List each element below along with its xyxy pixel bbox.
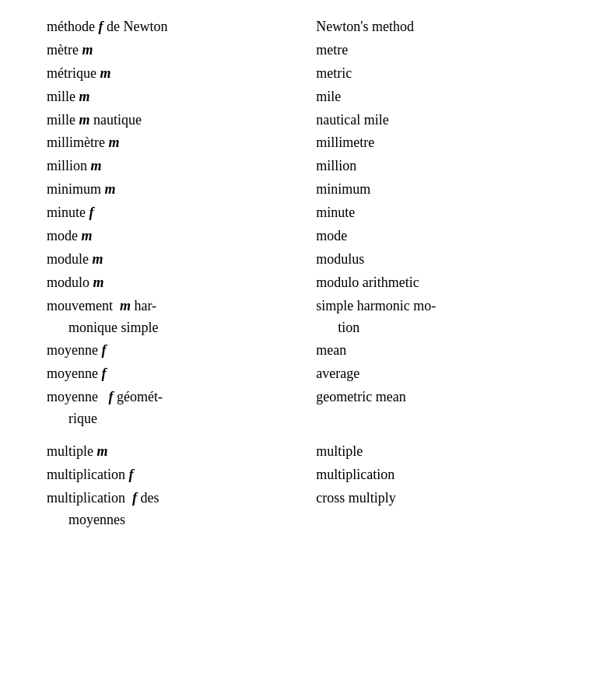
french-term: million m (47, 156, 316, 177)
french-term: mille m nautique (47, 110, 316, 131)
english-term: mode (316, 226, 565, 247)
french-term: multiple m (47, 441, 316, 463)
english-term: nautical mile (316, 110, 565, 131)
dictionary-content: méthode f de Newton Newton's method mètr… (47, 16, 565, 532)
french-term: mètre m (47, 40, 316, 61)
english-term: mile (316, 86, 565, 108)
entry-row: multiplication f multiplication (47, 464, 565, 487)
french-term: moyenne f (47, 340, 316, 362)
english-term: multiplication (316, 464, 565, 486)
french-term: méthode f de Newton (47, 16, 316, 38)
entry-row: mètre m metre (47, 39, 565, 62)
english-term: million (316, 156, 565, 177)
entry-row: moyenne f average (47, 362, 565, 386)
entry-row: million m million (47, 155, 565, 178)
entry-row: minimum m minimum (47, 178, 565, 201)
english-term: Newton's method (316, 16, 565, 38)
english-term: mean (316, 340, 565, 362)
entry-row: modulo m modulo arithmetic (47, 271, 565, 295)
english-term: multiple (316, 441, 565, 463)
english-term: millimetre (316, 132, 565, 154)
entry-row: mille m nautique nautical mile (47, 109, 565, 132)
french-term: mille m (47, 86, 316, 108)
english-term: metric (316, 63, 565, 85)
french-term: module m (47, 249, 316, 271)
french-term: millimètre m (47, 132, 316, 154)
english-term: modulus (316, 249, 565, 271)
english-term: simple harmonic mo- tion (316, 296, 565, 339)
french-term: mouvement m har- monique simple (47, 296, 316, 339)
english-term: minute (316, 202, 565, 224)
french-term: modulo m (47, 272, 316, 294)
entry-row: mille m mile (47, 86, 565, 109)
entry-row: mouvement m har- monique simple simple h… (47, 295, 565, 340)
entry-row: multiplication f des moyennes cross mult… (47, 487, 565, 532)
entry-row: moyenne f mean (47, 339, 565, 362)
entry-row: mode m mode (47, 225, 565, 248)
english-term: metre (316, 40, 565, 61)
french-term: minimum m (47, 179, 316, 201)
french-term: mode m (47, 226, 316, 247)
english-term: average (316, 363, 565, 385)
entry-row: méthode f de Newton Newton's method (47, 16, 565, 39)
french-term: moyenne f (47, 363, 316, 385)
french-term: multiplication f des moyennes (47, 488, 316, 531)
english-term: geometric mean (316, 387, 565, 408)
french-term: minute f (47, 202, 316, 224)
english-term: minimum (316, 179, 565, 201)
english-term: cross multiply (316, 488, 565, 509)
spacer (47, 431, 565, 440)
french-term: moyenne f géomét- rique (47, 387, 316, 430)
entry-row: moyenne f géomét- rique geometric mean (47, 386, 565, 431)
entry-row: minute f minute (47, 201, 565, 225)
french-term: métrique m (47, 63, 316, 85)
french-term: multiplication f (47, 464, 316, 486)
entry-row: millimètre m millimetre (47, 131, 565, 155)
english-term: modulo arithmetic (316, 272, 565, 294)
entry-row: multiple m multiple (47, 440, 565, 464)
entry-row: métrique m metric (47, 62, 565, 86)
entry-row: module m modulus (47, 248, 565, 271)
